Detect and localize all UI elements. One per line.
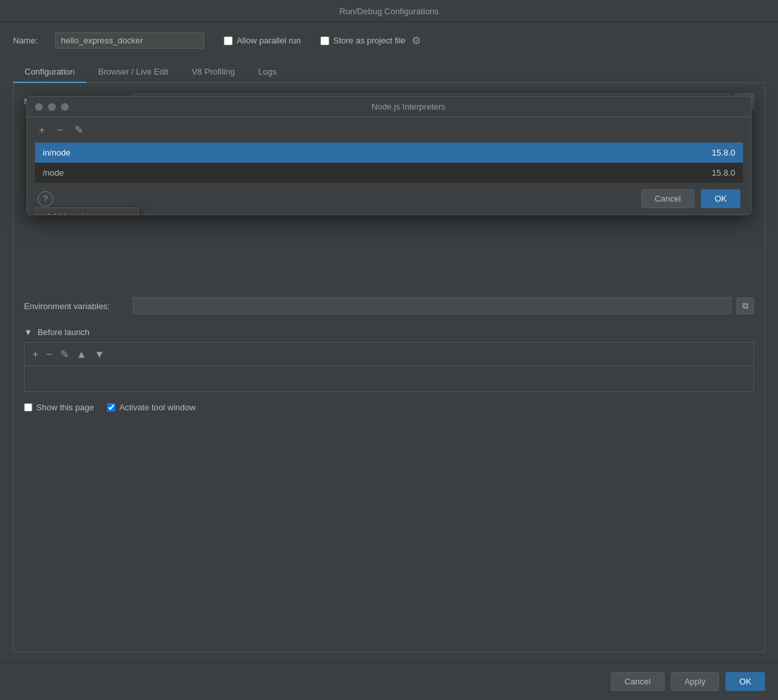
title-bar: Run/Debug Configurations xyxy=(0,0,778,22)
interpreters-dialog: Node.js Interpreters + − ✎ Add Local... … xyxy=(27,96,751,215)
env-vars-row: Environment variables: ⧉ xyxy=(24,298,754,314)
show-page-checkbox[interactable] xyxy=(24,403,32,412)
dialog-list: in/node 15.8.0 /node 15.8.0 xyxy=(35,143,743,183)
dialog-remove-button[interactable]: − xyxy=(53,123,66,137)
name-row: Name: Allow parallel run Store as projec… xyxy=(13,32,765,49)
activate-window-label: Activate tool window xyxy=(119,402,196,412)
interpreter-version-0: 15.8.0 xyxy=(712,148,735,158)
before-launch-edit-button[interactable]: ✎ xyxy=(58,347,71,362)
context-menu: Add Local... Add Remote... xyxy=(35,207,139,215)
dialog-edit-button[interactable]: ✎ xyxy=(71,122,87,137)
dialog-cancel-button[interactable]: Cancel xyxy=(641,189,694,208)
tabs: Configuration Browser / Live Edit V8 Pro… xyxy=(13,62,765,83)
traffic-light-red xyxy=(35,103,43,111)
traffic-light-green xyxy=(61,103,69,111)
name-label: Name: xyxy=(13,36,49,45)
dialog-list-area: Add Local... Add Remote... in/node 15.8.… xyxy=(27,143,751,183)
store-project-checkbox[interactable] xyxy=(320,36,329,45)
env-vars-browse-button[interactable]: ⧉ xyxy=(737,298,754,314)
dialog-add-button[interactable]: + xyxy=(35,123,49,137)
before-launch-down-button[interactable]: ▼ xyxy=(92,347,108,362)
apply-button[interactable]: Apply xyxy=(671,672,720,691)
main-content: Name: Allow parallel run Store as projec… xyxy=(0,22,778,662)
activate-window-checkbox[interactable] xyxy=(107,403,115,412)
interpreter-path-0: in/node xyxy=(43,148,712,158)
bottom-checkboxes: Show this page Activate tool window xyxy=(24,402,754,412)
tab-configuration[interactable]: Configuration xyxy=(13,62,86,83)
before-launch-content xyxy=(24,366,754,392)
tab-logs[interactable]: Logs xyxy=(246,62,288,83)
dialog-help-button[interactable]: ? xyxy=(38,191,53,207)
dialog-ok-button[interactable]: OK xyxy=(701,189,740,208)
tab-browser-live-edit[interactable]: Browser / Live Edit xyxy=(86,62,180,83)
allow-parallel-label: Allow parallel run xyxy=(237,36,301,45)
before-launch-up-button[interactable]: ▲ xyxy=(74,347,89,362)
gear-icon[interactable]: ⚙ xyxy=(412,34,421,47)
env-vars-label: Environment variables: xyxy=(24,301,128,311)
bottom-bar: Cancel Apply OK xyxy=(0,662,778,700)
dialog-titlebar: Node.js Interpreters xyxy=(27,97,751,117)
cancel-button[interactable]: Cancel xyxy=(611,672,664,691)
env-vars-field[interactable] xyxy=(133,298,731,314)
before-launch-remove-button[interactable]: − xyxy=(43,347,54,362)
add-local-menu-item[interactable]: Add Local... xyxy=(36,208,138,215)
show-page-label: Show this page xyxy=(36,402,94,412)
interpreter-version-1: 15.8.0 xyxy=(712,168,735,178)
name-input[interactable] xyxy=(55,32,204,49)
ok-button[interactable]: OK xyxy=(725,672,765,691)
before-launch-title: Before launch xyxy=(38,327,89,337)
collapse-icon[interactable]: ▼ xyxy=(24,327,32,337)
dialog-title: Node.js Interpreters xyxy=(74,102,743,111)
store-project-label: Store as project file xyxy=(333,36,405,45)
tab-content: Node interpreter: Project /usr/local/bin… xyxy=(13,83,765,652)
interpreter-list-item-1[interactable]: /node 15.8.0 xyxy=(35,163,743,183)
allow-parallel-checkbox[interactable] xyxy=(224,36,233,45)
traffic-light-yellow xyxy=(48,103,56,111)
store-project-group: Store as project file ⚙ xyxy=(320,34,421,47)
interpreter-path-1: /node xyxy=(43,168,712,178)
window-title: Run/Debug Configurations xyxy=(339,6,438,16)
before-launch-toolbar: + − ✎ ▲ ▼ xyxy=(24,342,754,366)
interpreter-list-item-0[interactable]: in/node 15.8.0 xyxy=(35,143,743,163)
before-launch-section: ▼ Before launch + − ✎ ▲ ▼ xyxy=(24,327,754,392)
before-launch-add-button[interactable]: + xyxy=(30,347,41,362)
allow-parallel-group: Allow parallel run xyxy=(224,36,301,45)
before-launch-header: ▼ Before launch xyxy=(24,327,754,337)
tab-v8-profiling[interactable]: V8 Profiling xyxy=(180,62,246,83)
dialog-toolbar: + − ✎ xyxy=(27,117,751,143)
